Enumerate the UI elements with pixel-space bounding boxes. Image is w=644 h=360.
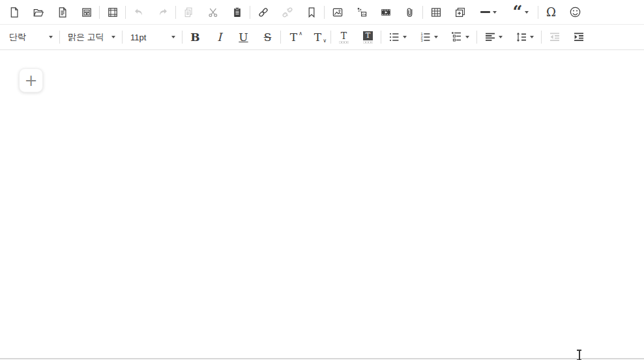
remove-link-button[interactable] <box>275 3 299 22</box>
cut-button[interactable] <box>201 3 225 22</box>
copy-button[interactable] <box>177 3 201 22</box>
print-layout-button[interactable] <box>100 3 124 22</box>
page-template-icon <box>81 7 93 18</box>
image-icon <box>332 7 344 18</box>
multilevel-list-icon <box>451 31 463 43</box>
toolbar-separator <box>175 6 176 19</box>
link-icon <box>257 7 269 18</box>
numbered-list-button[interactable]: 1 2 3 <box>413 27 445 47</box>
bold-icon: B <box>190 32 199 43</box>
open-document-button[interactable] <box>26 3 50 22</box>
toolbar-separator <box>125 6 126 19</box>
insert-plus-icon <box>454 7 466 18</box>
color-swatch <box>363 41 373 44</box>
page-template-button[interactable] <box>74 3 98 22</box>
font-size-dropdown[interactable]: 11pt <box>123 27 181 47</box>
insert-image-button[interactable] <box>325 3 349 22</box>
insert-table-button[interactable] <box>424 3 448 22</box>
chevron-down-icon <box>493 11 497 14</box>
align-button[interactable] <box>478 27 509 47</box>
chevron-down-icon <box>171 36 175 38</box>
blockquote-button[interactable]: “ <box>505 3 537 22</box>
chevron-down-icon <box>530 36 534 38</box>
photo-editor-button[interactable] <box>349 3 373 22</box>
toolbar-separator <box>250 6 250 19</box>
highlight-color-button[interactable]: T <box>356 27 380 47</box>
paragraph-style-dropdown[interactable]: 단락 <box>2 27 59 47</box>
toolbar-separator <box>280 31 281 44</box>
underline-icon: U <box>239 32 248 43</box>
open-folder-icon <box>33 7 44 18</box>
attach-file-button[interactable] <box>398 3 422 22</box>
paste-button[interactable] <box>225 3 249 22</box>
bullet-list-button[interactable] <box>382 27 413 47</box>
print-layout-icon <box>107 7 119 18</box>
emoticon-button[interactable] <box>563 3 587 22</box>
horizontal-rule-icon <box>480 11 490 13</box>
paperclip-icon <box>404 7 416 18</box>
add-block-button[interactable]: + <box>19 68 43 92</box>
line-height-icon <box>516 31 527 43</box>
line-height-button[interactable] <box>509 27 540 47</box>
undo-icon <box>133 7 145 18</box>
font-family-value: 맑은 고딕 <box>68 31 104 43</box>
undo-button[interactable] <box>126 3 151 22</box>
special-character-button[interactable]: Ω <box>539 3 563 22</box>
underline-button[interactable]: U <box>231 27 256 47</box>
strikethrough-icon: S <box>264 32 272 43</box>
toolbar-separator <box>122 31 123 44</box>
align-left-icon <box>484 31 496 43</box>
toolbar-format: 단락 맑은 고딕 11pt B I U S T <box>0 25 644 50</box>
chevron-down-icon <box>434 36 438 38</box>
font-size-value: 11pt <box>130 33 146 42</box>
clipboard-icon <box>231 7 243 18</box>
editor-canvas[interactable]: + <box>0 50 644 359</box>
subscript-button[interactable]: T ∨ <box>306 27 330 47</box>
redo-button[interactable] <box>151 3 175 22</box>
toolbar-separator <box>381 31 381 44</box>
bookmark-button[interactable] <box>299 3 323 22</box>
font-family-dropdown[interactable]: 맑은 고딕 <box>61 27 121 47</box>
strikethrough-button[interactable]: S <box>256 27 280 47</box>
table-icon <box>430 7 442 18</box>
new-document-button[interactable] <box>2 3 26 22</box>
chevron-down-icon <box>111 36 115 38</box>
toolbar-separator <box>99 6 100 19</box>
bold-button[interactable]: B <box>183 27 207 47</box>
superscript-icon: T ∧ <box>290 32 297 43</box>
multilevel-list-button[interactable] <box>445 27 476 47</box>
font-color-button[interactable]: T <box>332 27 356 47</box>
insert-link-button[interactable] <box>251 3 275 22</box>
editor-window: “ Ω 단락 맑은 고딕 <box>0 0 644 360</box>
svg-text:3: 3 <box>420 38 422 42</box>
chevron-down-icon <box>499 36 503 38</box>
video-icon <box>380 7 392 18</box>
toolbar-separator <box>422 6 423 19</box>
blockquote-icon: “ <box>513 12 523 18</box>
toolbar-separator <box>59 31 60 44</box>
indent-icon <box>573 31 585 43</box>
outdent-button[interactable] <box>542 27 566 47</box>
indent-button[interactable] <box>566 27 591 47</box>
toolbar-separator <box>538 6 538 19</box>
bookmark-icon <box>306 7 317 18</box>
toolbar-separator <box>324 6 325 19</box>
redo-icon <box>157 7 169 18</box>
toolbar-insert: “ Ω <box>0 0 644 25</box>
insert-video-button[interactable] <box>373 3 398 22</box>
chevron-down-icon <box>403 36 407 38</box>
superscript-button[interactable]: T ∧ <box>282 27 306 47</box>
plus-icon: + <box>24 73 37 89</box>
bullet-list-icon <box>388 31 400 43</box>
scissors-icon <box>207 7 219 18</box>
copy-icon <box>183 7 195 18</box>
subscript-icon: T ∨ <box>314 32 321 43</box>
font-color-icon: T <box>339 31 349 44</box>
document-text-icon <box>57 7 68 18</box>
paragraph-style-value: 단락 <box>9 31 26 43</box>
italic-button[interactable]: I <box>207 27 231 47</box>
insert-object-button[interactable] <box>448 3 472 22</box>
chevron-down-icon <box>525 11 529 14</box>
document-text-button[interactable] <box>50 3 74 22</box>
horizontal-rule-button[interactable] <box>472 3 505 22</box>
